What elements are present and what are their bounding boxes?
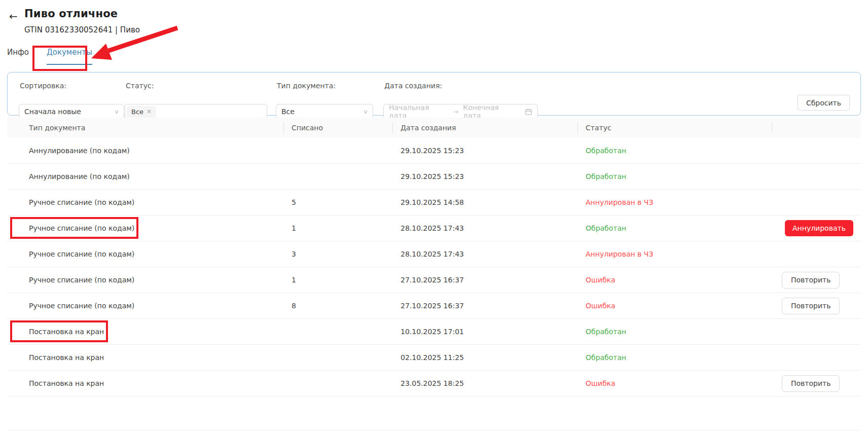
action-cell: Повторить <box>772 272 861 289</box>
created-date-cell: 23.05.2025 18:25 <box>393 379 578 387</box>
sort-select-value: Сначала новые <box>24 107 81 116</box>
date-filter-group: Дата создания: Начальная дата → Конечная… <box>383 82 442 90</box>
annotation-box-row: Ручное списание (по кодам) <box>29 224 134 232</box>
status-label: Статус: <box>126 82 154 90</box>
doc-type-cell: Ручное списание (по кодам) <box>7 302 284 310</box>
doc-type-select-value: Все <box>281 107 295 116</box>
documents-table: Тип документа Списано Дата создания Стат… <box>7 118 861 397</box>
status-cell: Обработан <box>578 224 772 232</box>
page-title: Пиво отличное <box>24 8 118 20</box>
created-date-cell: 29.10.2025 15:23 <box>393 172 578 181</box>
chevron-down-icon: ∨ <box>114 109 119 115</box>
annotation-box-row: Постановка на кран <box>29 328 104 336</box>
column-header-written-off: Списано <box>284 118 393 138</box>
status-cell: Аннулирован в ЧЗ <box>578 198 772 206</box>
table-row: Постановка на кран 02.10.2025 11:25 Обра… <box>7 345 861 371</box>
doc-type-cell: Постановка на кран <box>7 353 284 362</box>
remove-tag-icon[interactable]: × <box>147 108 152 115</box>
reset-filters-button[interactable]: Сбросить <box>798 95 850 111</box>
doc-type-cell: Постановка на кран <box>7 379 284 387</box>
doc-type-select[interactable]: Все ∨ <box>276 104 373 119</box>
tab-documents[interactable]: Документы <box>47 48 92 65</box>
table-row: Ручное списание (по кодам) 1 28.10.2025 … <box>7 215 861 241</box>
table-row: Аннулирование (по кодам) 29.10.2025 15:2… <box>7 164 861 190</box>
table-row: Постановка на кран 23.05.2025 18:25 Ошиб… <box>7 371 861 397</box>
created-date-cell: 10.10.2025 17:01 <box>393 328 578 336</box>
table-row: Аннулирование (по кодам) 29.10.2025 15:2… <box>7 138 861 164</box>
column-header-doc-type: Тип документа <box>7 118 284 138</box>
doc-type-label: Тип документа: <box>277 82 336 90</box>
status-cell: Ошибка <box>578 379 772 387</box>
created-date-cell: 29.10.2025 15:23 <box>393 147 578 155</box>
date-label: Дата создания: <box>384 82 442 90</box>
written-off-cell: 5 <box>284 198 393 206</box>
action-cell: Аннулировать <box>772 220 861 236</box>
doc-type-cell: Постановка на кран <box>7 328 284 336</box>
column-header-status: Статус <box>578 118 772 138</box>
retry-button[interactable]: Повторить <box>782 272 840 289</box>
sort-select[interactable]: Сначала новые ∨ <box>19 104 124 119</box>
doc-type-cell: Ручное списание (по кодам) <box>7 276 284 284</box>
status-multiselect[interactable]: Все × <box>125 104 267 119</box>
filter-panel: Сортировка: Сначала новые ∨ Статус: Все … <box>7 72 861 116</box>
table-row: Ручное списание (по кодам) 5 29.10.2025 … <box>7 190 861 215</box>
status-filter-group: Статус: Все × <box>125 82 154 90</box>
created-date-cell: 28.10.2025 17:43 <box>393 224 578 232</box>
date-range-input[interactable]: Начальная дата → Конечная дата <box>383 104 538 119</box>
table-row: Постановка на кран 10.10.2025 17:01 Обра… <box>7 319 861 345</box>
status-tag-label: Все <box>131 108 143 116</box>
action-cell: Повторить <box>772 298 861 314</box>
status-tag: Все × <box>127 106 156 117</box>
table-header-row: Тип документа Списано Дата создания Стат… <box>7 118 861 138</box>
status-cell: Ошибка <box>578 302 772 310</box>
table-row: Ручное списание (по кодам) 8 27.10.2025 … <box>7 293 861 319</box>
doc-type-cell: Аннулирование (по кодам) <box>7 147 284 155</box>
written-off-cell: 1 <box>284 224 393 232</box>
doc-type-cell: Ручное списание (по кодам) <box>7 224 284 232</box>
calendar-icon[interactable] <box>525 108 532 116</box>
status-cell: Ошибка <box>578 276 772 284</box>
status-cell: Обработан <box>578 147 772 155</box>
column-header-created: Дата создания <box>393 118 578 138</box>
table-row: Ручное списание (по кодам) 3 28.10.2025 … <box>7 241 861 267</box>
chevron-down-icon: ∨ <box>363 109 368 115</box>
sort-filter-group: Сортировка: Сначала новые ∨ <box>19 82 66 90</box>
table-body: Аннулирование (по кодам) 29.10.2025 15:2… <box>7 138 861 397</box>
created-date-cell: 28.10.2025 17:43 <box>393 250 578 258</box>
column-header-actions <box>772 118 861 138</box>
action-cell: Повторить <box>772 375 861 392</box>
doc-type-filter-group: Тип документа: Все ∨ <box>276 82 336 90</box>
retry-button[interactable]: Повторить <box>782 375 840 392</box>
back-button[interactable]: ← <box>9 10 18 22</box>
sort-label: Сортировка: <box>20 82 66 90</box>
table-row: Ручное списание (по кодам) 1 27.10.2025 … <box>7 267 861 293</box>
status-cell: Обработан <box>578 328 772 336</box>
created-date-cell: 27.10.2025 16:37 <box>393 302 578 310</box>
status-cell: Обработан <box>578 353 772 362</box>
doc-type-cell: Ручное списание (по кодам) <box>7 250 284 258</box>
status-cell: Обработан <box>578 172 772 181</box>
doc-type-cell: Ручное списание (по кодам) <box>7 198 284 206</box>
retry-button[interactable]: Повторить <box>782 298 840 314</box>
tab-info[interactable]: Инфо <box>7 48 29 65</box>
created-date-cell: 02.10.2025 11:25 <box>393 353 578 362</box>
doc-type-cell: Аннулирование (по кодам) <box>7 172 284 181</box>
bottom-divider <box>7 430 861 430</box>
page-subtitle: GTIN 03162330052641 | Пиво <box>24 25 140 34</box>
created-date-cell: 29.10.2025 14:58 <box>393 198 578 206</box>
annul-button[interactable]: Аннулировать <box>785 220 853 236</box>
arrow-right-icon: → <box>453 108 458 116</box>
written-off-cell: 8 <box>284 302 393 310</box>
status-cell: Аннулирован в ЧЗ <box>578 250 772 258</box>
written-off-cell: 3 <box>284 250 393 258</box>
created-date-cell: 27.10.2025 16:37 <box>393 276 578 284</box>
written-off-cell: 1 <box>284 276 393 284</box>
tab-bar: Инфо Документы <box>7 48 92 65</box>
